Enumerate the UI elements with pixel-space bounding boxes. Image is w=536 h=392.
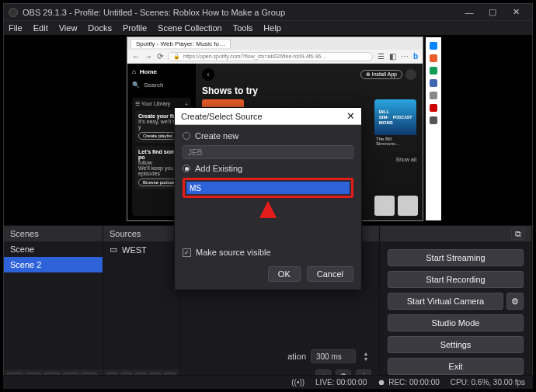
- feed-icon[interactable]: [430, 92, 437, 99]
- menu-scene-collection[interactable]: Scene Collection: [158, 23, 222, 33]
- search-icon: 🔍: [132, 82, 140, 88]
- signal-icon: ((•)): [291, 378, 305, 387]
- duration-spinner[interactable]: ▲▼: [360, 351, 371, 362]
- library-label[interactable]: ☰ Your Library: [135, 101, 170, 107]
- sources-header: Sources: [103, 226, 179, 241]
- maximize-button[interactable]: ▢: [481, 5, 504, 19]
- browser-tabstrip: Spotify - Web Player: Music fo…: [127, 37, 423, 50]
- menu-edit[interactable]: Edit: [33, 23, 48, 33]
- url-bar[interactable]: 🔒https://open.spotify.com/?flow_ctx=ab02…: [168, 52, 373, 61]
- profile-avatar[interactable]: [405, 69, 416, 80]
- ext-icon[interactable]: ◧: [389, 52, 396, 61]
- controls-header: ⧉: [380, 226, 531, 241]
- create-playlist-button[interactable]: Create playlist: [138, 132, 177, 140]
- sources-dock: Sources ▭ WEST + 🗑 ⚙ ˄ ˅: [103, 226, 179, 388]
- obs-logo-icon: [9, 8, 18, 17]
- cancel-button[interactable]: Cancel: [307, 266, 353, 282]
- menu-help[interactable]: Help: [263, 23, 281, 33]
- home-icon: ⌂: [132, 68, 136, 75]
- thumbnail[interactable]: [398, 196, 418, 216]
- close-button[interactable]: ✕: [504, 5, 527, 19]
- duration-label: ation: [287, 352, 306, 361]
- status-bar: ((•)) LIVE: 00:00:00 ⏺ REC: 00:00:00 CPU…: [3, 375, 533, 389]
- start-recording-button[interactable]: Start Recording: [388, 271, 524, 288]
- minimize-button[interactable]: —: [458, 5, 481, 19]
- dialog-close-button[interactable]: ✕: [346, 110, 355, 122]
- feed-icon[interactable]: [430, 116, 437, 124]
- make-visible-checkbox[interactable]: ✓ Make source visible: [183, 248, 353, 257]
- thumbnail[interactable]: [374, 196, 395, 216]
- menu-file[interactable]: File: [9, 23, 23, 33]
- dialog-title: Create/Select Source: [181, 112, 263, 121]
- nav-fwd-icon[interactable]: →: [144, 52, 152, 61]
- spotify-search[interactable]: 🔍Search: [132, 82, 191, 88]
- feed-icon[interactable]: [430, 42, 437, 50]
- scenes-header: Scenes: [4, 226, 103, 241]
- scenes-dock: Scenes Scene Scene 2 + 🗑 ◧ ˄ ˅: [4, 226, 103, 388]
- scenes-list[interactable]: Scene Scene 2: [4, 241, 103, 369]
- duration-input[interactable]: 300 ms: [311, 349, 356, 363]
- start-virtual-camera-button[interactable]: Start Virtual Camera: [388, 293, 503, 310]
- checkbox-checked-icon: ✓: [183, 248, 191, 257]
- dock-popout-icon[interactable]: ⧉: [511, 227, 525, 240]
- feed-icon[interactable]: [430, 54, 437, 62]
- nav-back-icon[interactable]: ←: [132, 52, 140, 61]
- scene-item-selected[interactable]: Scene 2: [4, 257, 103, 272]
- new-source-name-input[interactable]: JEB: [183, 145, 353, 159]
- transition-duration-row: ation 300 ms ▲▼: [287, 349, 371, 363]
- ext-icon[interactable]: ⋯: [401, 52, 409, 61]
- source-item[interactable]: ▭ WEST: [103, 241, 179, 258]
- annotation-arrow-icon: ▲: [183, 199, 353, 217]
- sources-list[interactable]: ▭ WEST: [103, 241, 179, 369]
- scene-item[interactable]: Scene: [4, 241, 103, 257]
- cpu-status: CPU: 0.6%, 30.00 fps: [451, 378, 525, 387]
- feed-icon[interactable]: [430, 67, 437, 75]
- radio-on-icon: [183, 165, 190, 172]
- titlebar: OBS 29.1.3 - Profile: Untitled - Scenes:…: [4, 4, 532, 21]
- show-tile[interactable]: BILLSIM-MONSPODCAST The Bill Simmons…: [374, 99, 416, 152]
- spotify-home[interactable]: ⌂Home: [132, 68, 191, 75]
- ext-icon[interactable]: ☰: [378, 52, 385, 61]
- menu-view[interactable]: View: [59, 23, 78, 33]
- menubar: File Edit View Docks Profile Scene Colle…: [4, 21, 532, 35]
- window-title: OBS 29.1.3 - Profile: Untitled - Scenes:…: [23, 8, 285, 17]
- rec-status: ⏺ REC: 00:00:00: [378, 378, 440, 387]
- feed-icon[interactable]: [430, 79, 437, 87]
- install-app-button[interactable]: ⊕ Install App: [360, 70, 402, 79]
- live-status: LIVE: 00:00:00: [315, 378, 367, 387]
- menu-profile[interactable]: Profile: [123, 23, 147, 33]
- start-streaming-button[interactable]: Start Streaming: [388, 249, 524, 266]
- create-new-label: Create new: [195, 131, 238, 140]
- radio-off-icon: [183, 132, 190, 140]
- shows-heading: Shows to try: [202, 85, 416, 96]
- menu-tools[interactable]: Tools: [233, 23, 253, 33]
- nav-reload-icon[interactable]: ⟳: [157, 52, 163, 61]
- ok-button[interactable]: OK: [268, 266, 301, 282]
- add-existing-label: Add Existing: [195, 164, 242, 173]
- make-visible-label: Make source visible: [196, 248, 271, 257]
- window-capture-icon: ▭: [110, 245, 117, 255]
- studio-mode-button[interactable]: Studio Mode: [388, 314, 524, 331]
- bing-icon[interactable]: b: [413, 52, 418, 61]
- add-existing-radio[interactable]: Add Existing: [183, 164, 353, 173]
- browser-tab[interactable]: Spotify - Web Player: Music fo…: [131, 39, 231, 48]
- show-all-link[interactable]: Show all: [396, 157, 416, 162]
- exit-button[interactable]: Exit: [388, 358, 524, 375]
- edge-feed-sidebar: [426, 37, 441, 220]
- virtual-camera-settings-button[interactable]: ⚙: [506, 293, 524, 310]
- controls-dock: ⧉ Start Streaming Start Recording Start …: [380, 226, 532, 388]
- browser-toolbar: ← → ⟳ 🔒https://open.spotify.com/?flow_ct…: [127, 50, 423, 64]
- create-select-source-dialog: Create/Select Source ✕ Create new JEB Ad…: [174, 107, 362, 290]
- dialog-titlebar: Create/Select Source ✕: [175, 108, 361, 125]
- feed-icon[interactable]: [430, 104, 437, 112]
- menu-docks[interactable]: Docks: [88, 23, 112, 33]
- spotify-back-icon[interactable]: ‹: [202, 68, 214, 81]
- library-add-icon[interactable]: +: [185, 102, 188, 107]
- create-new-radio[interactable]: Create new: [183, 131, 353, 140]
- settings-button[interactable]: Settings: [388, 336, 524, 353]
